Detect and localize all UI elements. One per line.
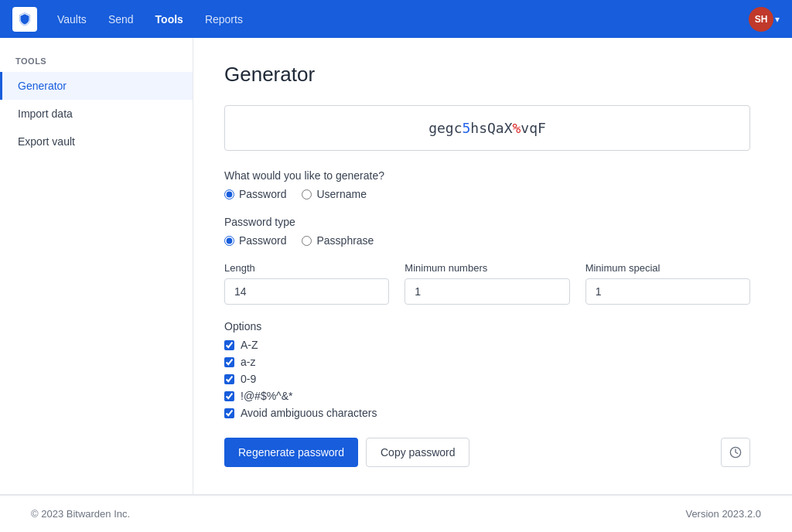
radio-password[interactable] (224, 189, 234, 200)
avatar-caret-icon[interactable]: ▾ (775, 14, 780, 25)
radio-password-label[interactable]: Password (224, 188, 286, 200)
checkbox-az-lower[interactable] (224, 357, 234, 367)
checkbox-special-label[interactable]: !@#$%^&* (241, 390, 292, 402)
regenerate-password-button[interactable]: Regenerate password (224, 438, 358, 467)
radio-username-label[interactable]: Username (302, 188, 367, 200)
length-label: Length (224, 262, 389, 274)
password-type-label: Password type (224, 216, 750, 228)
checkbox-az-item: A-Z (224, 339, 750, 351)
nav-reports[interactable]: Reports (197, 9, 251, 30)
length-field-group: Length (224, 262, 389, 305)
password-mid1: hsQaX (470, 120, 512, 136)
logo (12, 7, 37, 32)
password-suffix: vqF (521, 120, 546, 136)
min-special-field-group: Minimum special (585, 262, 750, 305)
radio-pw-type-passphrase[interactable] (302, 236, 312, 246)
footer-copyright: © 2023 Bitwarden Inc. (31, 508, 130, 520)
radio-pw-type-password-text: Password (239, 234, 286, 247)
footer: © 2023 Bitwarden Inc. Version 2023.2.0 (0, 495, 792, 532)
radio-username[interactable] (302, 189, 312, 200)
history-button[interactable] (721, 438, 750, 467)
min-special-input[interactable] (585, 278, 750, 305)
page-title: Generator (224, 63, 750, 87)
history-icon (729, 446, 742, 459)
length-input[interactable] (224, 278, 389, 305)
generate-type-section: What would you like to generate? Passwor… (224, 169, 750, 200)
checkbox-az-lower-item: a-z (224, 356, 750, 368)
nav-tools[interactable]: Tools (148, 9, 191, 30)
buttons-row: Regenerate password Copy password (224, 438, 750, 467)
sidebar-item-import[interactable]: Import data (0, 100, 193, 128)
checkbox-az-label[interactable]: A-Z (241, 339, 258, 351)
checkbox-09-item: 0-9 (224, 373, 750, 385)
min-numbers-field-group: Minimum numbers (405, 262, 569, 305)
content-area: Generator gegc5hsQaX%vqF What would you … (193, 38, 781, 494)
radio-password-text: Password (239, 188, 286, 200)
min-numbers-input[interactable] (405, 278, 569, 305)
sidebar-item-generator[interactable]: Generator (0, 72, 193, 100)
password-type-radio-group: Password Passphrase (224, 234, 750, 247)
password-type-section: Password type Password Passphrase (224, 216, 750, 247)
numeric-fields-row: Length Minimum numbers Minimum special (224, 262, 750, 305)
min-numbers-label: Minimum numbers (405, 262, 569, 274)
options-title: Options (224, 320, 750, 332)
generate-type-label: What would you like to generate? (224, 169, 750, 182)
avatar[interactable]: SH (749, 7, 773, 32)
checkbox-avoid-ambiguous[interactable] (224, 408, 234, 418)
checkbox-avoid-ambiguous-label[interactable]: Avoid ambiguous characters (241, 407, 377, 419)
copy-password-button[interactable]: Copy password (366, 438, 470, 467)
min-special-label: Minimum special (585, 262, 750, 274)
password-num1: 5 (462, 120, 470, 136)
options-section: Options A-Z a-z 0-9 !@#$%^&* Avoid ambig… (224, 320, 750, 419)
checkbox-09[interactable] (224, 374, 234, 384)
generate-type-radio-group: Password Username (224, 188, 750, 200)
user-menu[interactable]: SH ▾ (749, 7, 780, 32)
checkbox-az[interactable] (224, 340, 234, 350)
radio-pw-type-password[interactable] (224, 236, 234, 246)
buttons-left: Regenerate password Copy password (224, 438, 469, 467)
nav-send[interactable]: Send (101, 9, 142, 30)
footer-version: Version 2023.2.0 (685, 508, 761, 520)
generated-password-display: gegc5hsQaX%vqF (224, 105, 750, 151)
radio-pw-type-password-label[interactable]: Password (224, 234, 286, 247)
checkbox-az-lower-label[interactable]: a-z (241, 356, 255, 368)
checkbox-special-item: !@#$%^&* (224, 390, 750, 402)
sidebar-item-export[interactable]: Export vault (0, 128, 193, 155)
checkbox-09-label[interactable]: 0-9 (241, 373, 256, 385)
password-special1: % (513, 120, 521, 136)
main-wrapper: TOOLS Generator Import data Export vault… (0, 38, 792, 494)
checkbox-avoid-ambiguous-item: Avoid ambiguous characters (224, 407, 750, 419)
top-navigation: Vaults Send Tools Reports SH ▾ (0, 0, 792, 38)
radio-username-text: Username (316, 188, 367, 200)
checkbox-special[interactable] (224, 391, 234, 401)
radio-pw-type-passphrase-label[interactable]: Passphrase (302, 234, 374, 247)
sidebar-title: TOOLS (0, 50, 193, 72)
radio-pw-type-passphrase-text: Passphrase (316, 234, 374, 247)
sidebar: TOOLS Generator Import data Export vault (0, 38, 193, 494)
password-prefix: gegc (428, 120, 462, 136)
nav-vaults[interactable]: Vaults (50, 9, 94, 30)
